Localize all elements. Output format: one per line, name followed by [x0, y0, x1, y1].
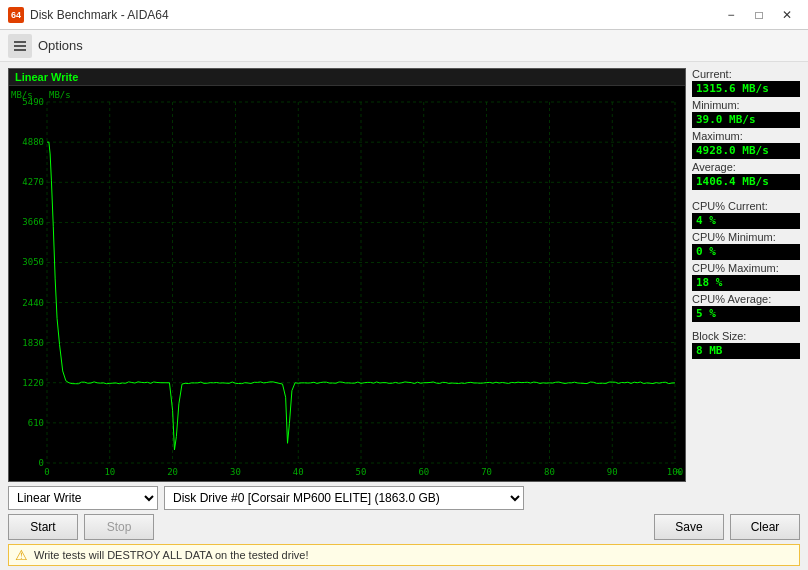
close-button[interactable]: ✕: [774, 5, 800, 25]
stat-cpu-average-value: 5 %: [692, 306, 800, 322]
selector-row: Linear Write Linear Read Random Write Ra…: [8, 486, 800, 510]
chart-section: Linear Write MB/s 97:52 Current: 1315.6 …: [8, 68, 800, 482]
chart-inner: MB/s 97:52: [9, 86, 685, 481]
svg-rect-1: [14, 45, 26, 47]
warning-bar: ⚠ Write tests will DESTROY ALL DATA on t…: [8, 544, 800, 566]
options-label: Options: [38, 38, 83, 53]
stat-block-size-value: 8 MB: [692, 343, 800, 359]
stat-average: Average: 1406.4 MB/s: [692, 161, 800, 190]
warning-text: Write tests will DESTROY ALL DATA on the…: [34, 549, 309, 561]
stat-maximum: Maximum: 4928.0 MB/s: [692, 130, 800, 159]
stat-maximum-label: Maximum:: [692, 130, 800, 142]
svg-rect-0: [14, 41, 26, 43]
stat-minimum: Minimum: 39.0 MB/s: [692, 99, 800, 128]
bottom-controls: Linear Write Linear Read Random Write Ra…: [8, 486, 800, 566]
minimize-button[interactable]: −: [718, 5, 744, 25]
stop-button[interactable]: Stop: [84, 514, 154, 540]
options-icon: [8, 34, 32, 58]
y-axis-unit-label: MB/s: [11, 90, 33, 100]
window-controls: − □ ✕: [718, 5, 800, 25]
stat-block-size-label: Block Size:: [692, 330, 800, 342]
button-row: Start Stop Save Clear: [8, 514, 800, 540]
chart-container: Linear Write MB/s 97:52: [8, 68, 686, 482]
stat-cpu-average-label: CPU% Average:: [692, 293, 800, 305]
stat-cpu-current: CPU% Current: 4 %: [692, 200, 800, 229]
maximize-button[interactable]: □: [746, 5, 772, 25]
stat-current-label: Current:: [692, 68, 800, 80]
chart-title: Linear Write: [9, 69, 685, 86]
stats-panel: Current: 1315.6 MB/s Minimum: 39.0 MB/s …: [692, 68, 800, 482]
toolbar: Options: [0, 30, 808, 62]
warning-icon: ⚠: [15, 547, 28, 563]
drive-select[interactable]: Disk Drive #0 [Corsair MP600 ELITE] (186…: [164, 486, 524, 510]
main-content: Linear Write MB/s 97:52 Current: 1315.6 …: [0, 62, 808, 570]
app-icon: 64: [8, 7, 24, 23]
save-button[interactable]: Save: [654, 514, 724, 540]
window-title: Disk Benchmark - AIDA64: [30, 8, 169, 22]
stat-block-size: Block Size: 8 MB: [692, 330, 800, 359]
stat-cpu-minimum: CPU% Minimum: 0 %: [692, 231, 800, 260]
stat-current-value: 1315.6 MB/s: [692, 81, 800, 97]
stat-cpu-current-label: CPU% Current:: [692, 200, 800, 212]
stat-cpu-minimum-value: 0 %: [692, 244, 800, 260]
stat-current: Current: 1315.6 MB/s: [692, 68, 800, 97]
stat-cpu-maximum: CPU% Maximum: 18 %: [692, 262, 800, 291]
stat-average-value: 1406.4 MB/s: [692, 174, 800, 190]
stat-cpu-current-value: 4 %: [692, 213, 800, 229]
start-button[interactable]: Start: [8, 514, 78, 540]
svg-rect-2: [14, 49, 26, 51]
stat-cpu-maximum-label: CPU% Maximum:: [692, 262, 800, 274]
chart-canvas: [9, 86, 685, 481]
stat-cpu-maximum-value: 18 %: [692, 275, 800, 291]
stat-maximum-value: 4928.0 MB/s: [692, 143, 800, 159]
stat-minimum-label: Minimum:: [692, 99, 800, 111]
stat-average-label: Average:: [692, 161, 800, 173]
test-type-select[interactable]: Linear Write Linear Read Random Write Ra…: [8, 486, 158, 510]
stat-cpu-minimum-label: CPU% Minimum:: [692, 231, 800, 243]
title-bar: 64 Disk Benchmark - AIDA64 − □ ✕: [0, 0, 808, 30]
stat-cpu-average: CPU% Average: 5 %: [692, 293, 800, 322]
clear-button[interactable]: Clear: [730, 514, 800, 540]
stat-minimum-value: 39.0 MB/s: [692, 112, 800, 128]
